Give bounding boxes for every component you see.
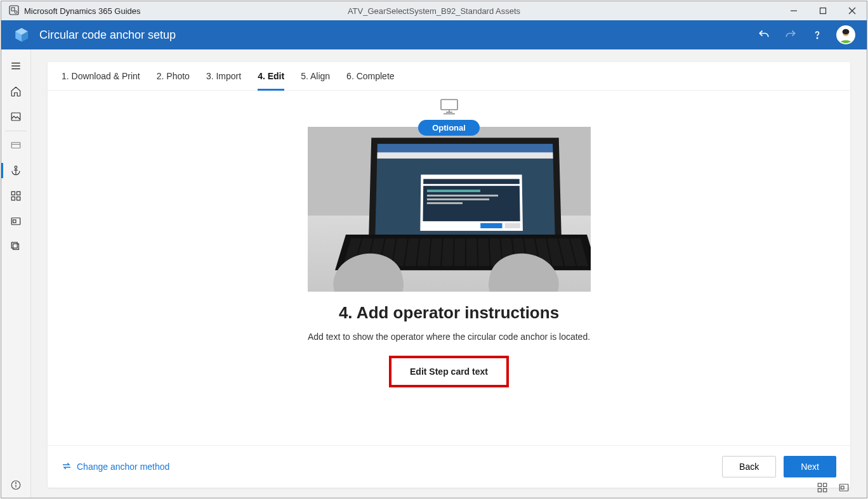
illustration	[308, 127, 591, 292]
step-description: Add text to show the operator where the …	[308, 332, 590, 342]
svg-rect-29	[11, 242, 17, 248]
main-card: 1. Download & Print2. Photo3. Import4. E…	[48, 62, 850, 488]
step-heading: 4. Add operator instructions	[339, 303, 559, 323]
card-footer: Change anchor method Back Next	[48, 445, 850, 488]
sidebar-item-layers[interactable]	[1, 234, 30, 259]
hamburger-menu-button[interactable]	[1, 53, 30, 79]
svg-rect-16	[11, 113, 20, 120]
undo-button[interactable]	[756, 27, 772, 42]
close-button[interactable]	[838, 1, 867, 20]
wizard-tab-1[interactable]: 2. Photo	[157, 71, 190, 90]
svg-rect-40	[824, 489, 827, 492]
sidebar-item-anchor[interactable]	[1, 158, 30, 183]
sidebar-item-image[interactable]	[1, 104, 30, 129]
svg-rect-25	[17, 197, 20, 200]
app-icon	[9, 5, 19, 17]
highlight-box: Edit Step card text	[389, 356, 509, 387]
svg-point-32	[15, 483, 16, 483]
statusbar	[816, 477, 850, 498]
svg-point-2	[15, 11, 17, 13]
sidebar-item-info[interactable]	[1, 472, 30, 498]
svg-rect-28	[13, 244, 19, 250]
status-object-icon[interactable]	[838, 481, 850, 494]
wizard-tab-3[interactable]: 4. Edit	[258, 71, 284, 91]
svg-point-19	[15, 166, 17, 169]
monitor-icon	[440, 98, 459, 117]
minimize-button[interactable]	[779, 1, 808, 20]
sidebar-item-card[interactable]	[1, 133, 30, 158]
sidebar-item-object[interactable]	[1, 209, 30, 234]
commandbar: Circular code anchor setup	[1, 20, 867, 49]
app-name: Microsoft Dynamics 365 Guides	[24, 6, 141, 16]
change-anchor-link[interactable]: Change anchor method	[62, 461, 169, 473]
svg-rect-22	[11, 191, 15, 195]
svg-rect-23	[17, 191, 20, 195]
wizard-tabs: 1. Download & Print2. Photo3. Import4. E…	[48, 62, 850, 91]
help-button[interactable]	[810, 27, 825, 42]
change-anchor-label: Change anchor method	[77, 462, 169, 472]
content-area: 1. Download & Print2. Photo3. Import4. E…	[31, 49, 867, 498]
maximize-button[interactable]	[808, 1, 838, 20]
wizard-tab-0[interactable]: 1. Download & Print	[62, 71, 140, 90]
wizard-tab-4[interactable]: 5. Align	[301, 71, 330, 90]
sidebar-divider	[5, 131, 27, 131]
svg-rect-24	[11, 197, 15, 200]
svg-rect-33	[441, 100, 457, 110]
user-avatar[interactable]	[836, 25, 855, 44]
back-button[interactable]: Back	[722, 456, 776, 477]
svg-rect-0	[10, 6, 18, 15]
card-body: Optional 4. Add operator instructions Ad…	[48, 91, 850, 445]
product-logo-icon	[13, 26, 30, 44]
status-grid-icon[interactable]	[816, 481, 829, 494]
titlebar: Microsoft Dynamics 365 Guides ATV_GearSe…	[1, 1, 867, 20]
app-title-group: Microsoft Dynamics 365 Guides	[1, 5, 141, 17]
swap-icon	[62, 461, 72, 473]
svg-point-10	[817, 37, 817, 38]
sidebar-item-grid[interactable]	[1, 183, 30, 209]
wizard-tab-2[interactable]: 3. Import	[206, 71, 241, 90]
edit-step-card-button[interactable]: Edit Step card text	[393, 360, 505, 384]
svg-rect-38	[824, 483, 827, 486]
redo-button[interactable]	[783, 27, 798, 42]
svg-rect-1	[11, 8, 15, 11]
svg-rect-4	[820, 8, 826, 14]
body: 1. Download & Print2. Photo3. Import4. E…	[1, 49, 867, 498]
sidebar-item-home[interactable]	[1, 79, 30, 104]
wizard-tab-5[interactable]: 6. Complete	[346, 71, 394, 90]
page-title: Circular code anchor setup	[39, 29, 176, 42]
sidebar	[1, 49, 31, 498]
next-button[interactable]: Next	[784, 456, 836, 477]
svg-rect-37	[818, 483, 821, 486]
app-window: Microsoft Dynamics 365 Guides ATV_GearSe…	[1, 1, 867, 498]
svg-rect-42	[841, 486, 845, 489]
optional-badge: Optional	[418, 120, 480, 136]
svg-rect-39	[818, 489, 821, 492]
window-controls	[779, 1, 867, 20]
svg-rect-17	[11, 143, 20, 148]
svg-rect-27	[13, 220, 16, 223]
